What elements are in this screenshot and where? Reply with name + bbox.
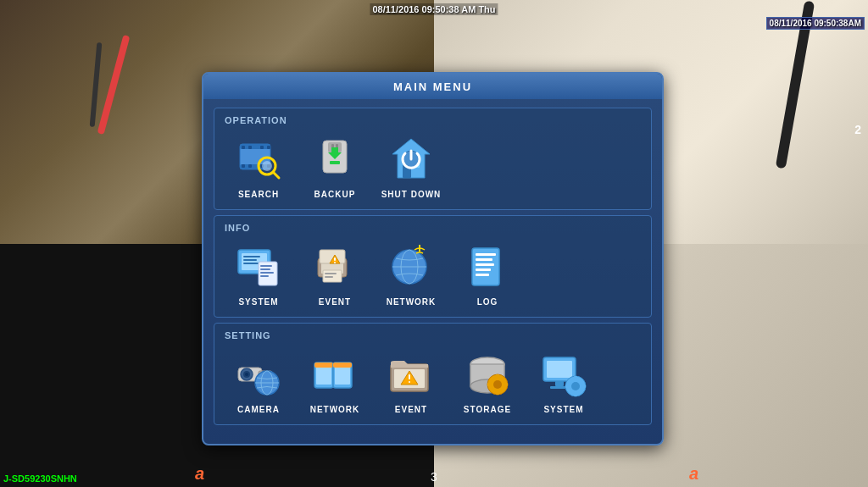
svg-rect-6: [267, 146, 270, 149]
section-operation: OPERATION: [214, 108, 652, 210]
svg-rect-82: [547, 361, 572, 378]
log-info-label: LOG: [477, 297, 498, 307]
network-setting-label: NETWORK: [310, 405, 360, 414]
svg-rect-31: [260, 268, 270, 270]
backup-button[interactable]: BACKUP: [301, 132, 369, 199]
svg-rect-83: [555, 381, 564, 386]
search-label: SEARCH: [238, 190, 279, 199]
svg-rect-33: [260, 275, 269, 277]
svg-rect-3: [242, 146, 245, 149]
storage-setting-button[interactable]: STORAGE: [453, 347, 521, 414]
shutdown-label: SHUT DOWN: [381, 190, 442, 199]
svg-rect-50: [476, 263, 494, 266]
svg-rect-27: [243, 259, 257, 261]
svg-rect-5: [260, 146, 264, 149]
network-setting-button[interactable]: NETWORK: [301, 347, 369, 414]
main-menu-dialog: MAIN MENU OPERATION: [202, 72, 664, 445]
camera-id-label: J-SD59230SNHN: [3, 473, 77, 484]
svg-rect-78: [496, 390, 499, 395]
svg-rect-28: [243, 263, 259, 264]
svg-rect-38: [334, 257, 336, 261]
svg-line-13: [273, 172, 279, 178]
svg-rect-51: [476, 268, 491, 271]
system-setting-icon: [537, 347, 591, 401]
system-setting-button[interactable]: SYSTEM: [530, 347, 598, 414]
svg-rect-41: [325, 273, 337, 274]
svg-rect-42: [325, 276, 333, 278]
svg-rect-88: [574, 392, 577, 396]
system-info-button[interactable]: SYSTEM: [225, 240, 292, 307]
event-setting-button[interactable]: EVENT: [377, 347, 445, 414]
svg-rect-65: [335, 366, 350, 385]
svg-rect-52: [476, 274, 489, 276]
setting-items-row: CAMERA NETWORK: [225, 347, 641, 414]
svg-rect-90: [581, 385, 586, 388]
menu-title-bar: MAIN MENU: [203, 74, 662, 99]
menu-title: MAIN MENU: [393, 80, 472, 93]
svg-point-86: [571, 382, 580, 390]
svg-point-57: [245, 373, 248, 376]
svg-rect-66: [333, 362, 352, 368]
section-info-label: INFO: [225, 223, 641, 233]
storage-setting-icon: [460, 347, 515, 401]
svg-rect-62: [316, 366, 331, 385]
svg-rect-32: [260, 272, 274, 274]
log-info-button[interactable]: LOG: [453, 240, 521, 307]
section-setting: SETTING: [214, 323, 652, 425]
overlay-label-left: a: [195, 464, 204, 484]
system-info-label: SYSTEM: [238, 297, 278, 307]
shutdown-button[interactable]: SHUT DOWN: [377, 132, 445, 199]
svg-rect-49: [476, 258, 492, 261]
section-setting-label: SETTING: [225, 330, 641, 340]
system-setting-label: SYSTEM: [543, 405, 583, 414]
network-info-button[interactable]: NETWORK: [377, 240, 445, 307]
info-items-row: SYSTEM: [225, 240, 641, 307]
log-info-icon: [460, 240, 515, 294]
event-setting-label: EVENT: [395, 405, 427, 414]
svg-rect-80: [504, 383, 508, 386]
search-icon: [231, 132, 286, 186]
shutdown-icon: [384, 132, 438, 186]
svg-rect-4: [248, 146, 252, 149]
camera-num-2: 2: [854, 123, 861, 136]
svg-rect-87: [574, 376, 577, 380]
svg-rect-8: [248, 164, 252, 168]
svg-rect-63: [314, 362, 333, 368]
storage-setting-label: STORAGE: [464, 405, 511, 414]
search-button[interactable]: SEARCH: [225, 132, 292, 199]
camera-setting-label: CAMERA: [237, 405, 280, 414]
backup-icon: [308, 132, 362, 186]
camera-setting-icon: [231, 347, 286, 401]
svg-rect-89: [565, 385, 570, 388]
svg-rect-48: [476, 253, 496, 256]
svg-rect-77: [496, 374, 499, 379]
backup-label: BACKUP: [314, 190, 356, 199]
svg-rect-71: [409, 381, 410, 383]
svg-rect-79: [487, 383, 492, 386]
svg-rect-19: [330, 161, 340, 164]
network-setting-icon: [308, 347, 362, 401]
svg-rect-70: [409, 374, 410, 379]
camera-setting-button[interactable]: CAMERA: [225, 347, 292, 414]
event-info-button[interactable]: EVENT: [301, 240, 369, 307]
operation-items-row: SEARCH BACKUP: [225, 132, 641, 199]
event-info-icon: [308, 240, 362, 294]
svg-point-76: [493, 380, 502, 389]
section-operation-label: OPERATION: [225, 115, 641, 125]
svg-point-12: [262, 161, 272, 171]
event-info-label: EVENT: [319, 297, 351, 307]
section-info: INFO: [214, 215, 652, 318]
timestamp-main: 08/11/2016 09:50:38 AM Thu: [370, 3, 498, 15]
system-info-icon: [231, 240, 286, 294]
camera-num-3: 3: [431, 470, 437, 484]
svg-rect-30: [260, 265, 272, 267]
svg-rect-26: [243, 256, 260, 257]
network-info-icon: [384, 240, 438, 294]
svg-rect-7: [242, 164, 245, 168]
timestamp-corner: 08/11/2016 09:50:38AM: [766, 17, 865, 30]
svg-rect-39: [334, 262, 336, 263]
network-info-label: NETWORK: [387, 297, 437, 307]
overlay-label-right: a: [689, 464, 698, 484]
event-setting-icon: [384, 347, 438, 401]
